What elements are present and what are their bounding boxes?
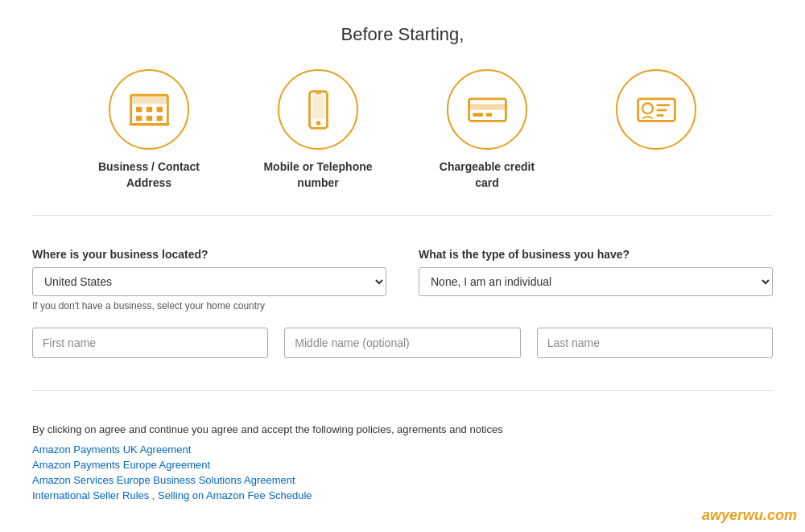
page-title: Before Starting, xyxy=(32,24,773,45)
svg-rect-12 xyxy=(315,93,320,94)
business-type-label: What is the type of business you have? xyxy=(419,248,773,261)
business-location-hint: If you don't have a business, select you… xyxy=(32,300,386,311)
phone-icon xyxy=(296,88,341,132)
idcard-icon-circle xyxy=(616,69,696,150)
creditcard-icon-label: Chargeable credit card xyxy=(427,159,547,191)
business-location-select[interactable]: United States United Kingdom Canada Germ… xyxy=(32,267,386,296)
phone-icon-label: Mobile or Telephone number xyxy=(258,159,378,191)
idcard-icon xyxy=(634,88,679,132)
business-type-select[interactable]: None, I am an individual Sole Proprietor… xyxy=(419,267,773,296)
agreement-link-4[interactable]: International Seller Rules , Selling on … xyxy=(32,489,773,501)
svg-rect-5 xyxy=(136,115,142,120)
icon-item-idcard xyxy=(596,69,716,191)
business-location-group: Where is your business located? United S… xyxy=(32,248,386,311)
svg-rect-2 xyxy=(136,106,142,111)
agreement-link-2[interactable]: Amazon Payments Europe Agreement xyxy=(32,459,773,471)
icon-item-building: Business / Contact Address xyxy=(89,69,209,191)
middle-name-input[interactable] xyxy=(284,328,520,358)
agreement-link-1[interactable]: Amazon Payments UK Agreement xyxy=(32,443,773,456)
svg-point-11 xyxy=(316,121,320,126)
agreements-section: By clicking on agree and continue you ag… xyxy=(32,407,773,521)
agreement-link-3[interactable]: Amazon Services Europe Business Solution… xyxy=(32,474,773,486)
icon-item-phone: Mobile or Telephone number xyxy=(258,69,378,191)
svg-rect-15 xyxy=(473,113,483,117)
svg-rect-21 xyxy=(656,114,663,117)
svg-point-18 xyxy=(642,103,653,113)
svg-rect-4 xyxy=(156,106,162,111)
icon-item-creditcard: Chargeable credit card xyxy=(427,69,547,191)
divider-2 xyxy=(32,390,773,391)
watermark: awyerwu.com xyxy=(702,507,797,524)
svg-rect-3 xyxy=(146,106,151,111)
first-name-input[interactable] xyxy=(32,328,268,358)
business-location-label: Where is your business located? xyxy=(32,248,386,261)
business-fields-row: Where is your business located? United S… xyxy=(32,248,773,311)
middle-name-field xyxy=(284,328,520,358)
icons-section: Business / Contact Address Mobile or Tel… xyxy=(32,69,773,191)
svg-rect-16 xyxy=(485,113,491,117)
last-name-input[interactable] xyxy=(537,328,773,358)
button-section: Agree and Continue xyxy=(32,521,773,532)
form-section: Where is your business located? United S… xyxy=(32,232,773,374)
last-name-field xyxy=(537,328,773,358)
svg-rect-10 xyxy=(312,95,324,118)
name-fields-row xyxy=(32,328,773,358)
phone-icon-circle xyxy=(278,69,358,150)
svg-rect-20 xyxy=(656,109,667,111)
svg-rect-19 xyxy=(656,104,670,106)
divider-1 xyxy=(32,215,773,216)
svg-rect-14 xyxy=(469,104,506,109)
building-icon-label: Business / Contact Address xyxy=(89,159,209,191)
creditcard-icon-circle xyxy=(447,69,527,150)
business-type-group: What is the type of business you have? N… xyxy=(419,248,773,296)
svg-rect-8 xyxy=(129,123,169,126)
first-name-field xyxy=(32,328,268,358)
svg-rect-7 xyxy=(156,115,162,120)
building-icon-circle xyxy=(109,69,189,150)
building-icon xyxy=(127,88,171,132)
agreements-intro: By clicking on agree and continue you ag… xyxy=(32,423,773,435)
creditcard-icon xyxy=(465,88,510,132)
svg-rect-1 xyxy=(130,95,167,104)
svg-rect-6 xyxy=(146,115,151,120)
